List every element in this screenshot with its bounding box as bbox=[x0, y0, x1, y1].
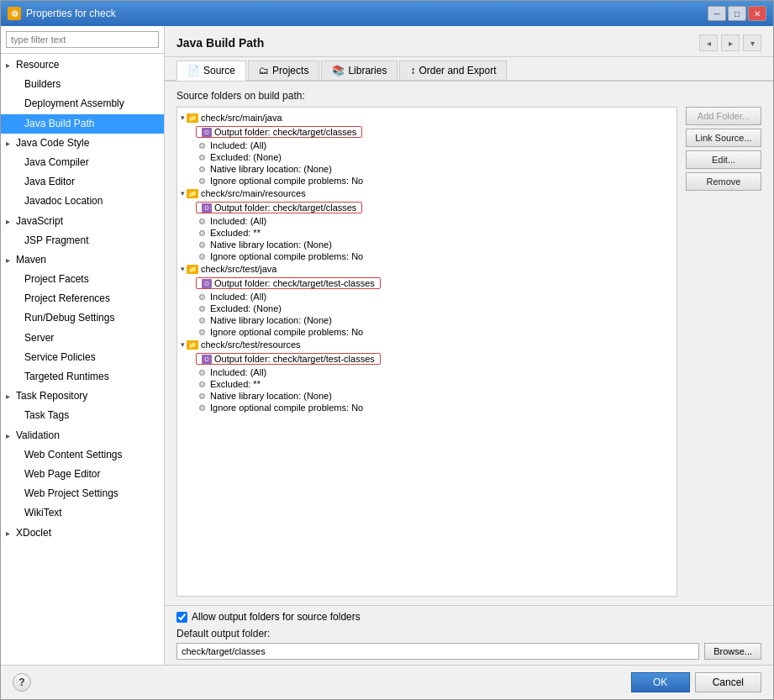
nav-buttons: ◂ ▸ ▾ bbox=[699, 34, 761, 51]
main-header: Java Build Path ◂ ▸ ▾ bbox=[165, 26, 773, 57]
tab-source[interactable]: 📄Source bbox=[176, 61, 246, 81]
allow-output-row: Allow output folders for source folders bbox=[176, 611, 761, 623]
source-tree-child[interactable]: OOutput folder: check/target/test-classe… bbox=[177, 276, 677, 291]
source-tree-child[interactable]: ⚙Ignore optional compile problems: No bbox=[177, 175, 677, 187]
footer-actions: OK Cancel bbox=[631, 672, 761, 692]
source-tree-child[interactable]: ⚙Ignore optional compile problems: No bbox=[177, 326, 677, 338]
default-output-input[interactable] bbox=[176, 643, 699, 660]
search-box bbox=[1, 26, 164, 54]
sidebar-item[interactable]: Deployment Assembly bbox=[1, 94, 164, 113]
allow-output-label: Allow output folders for source folders bbox=[192, 611, 361, 623]
source-tree-child[interactable]: ⚙Excluded: (None) bbox=[177, 151, 677, 163]
source-tree-child[interactable]: ⚙Excluded: ** bbox=[177, 378, 677, 390]
source-folder-node2[interactable]: ▾📁check/src/main/resources bbox=[177, 187, 677, 200]
tab-libraries[interactable]: 📚Libraries bbox=[321, 61, 398, 80]
sidebar-item[interactable]: JSP Fragment bbox=[1, 231, 164, 250]
sidebar: ▸Resource Builders Deployment Assembly J… bbox=[1, 26, 165, 665]
add-folder-button[interactable]: Add Folder... bbox=[686, 107, 761, 125]
source-tree-child[interactable]: ⚙Native library location: (None) bbox=[177, 314, 677, 326]
main-title: Java Build Path bbox=[176, 36, 264, 50]
source-folder-node3[interactable]: ▾📁check/src/test/java bbox=[177, 262, 677, 276]
edit-button[interactable]: Edit... bbox=[686, 150, 761, 169]
source-tree-child[interactable]: OOutput folder: check/target/classes bbox=[177, 124, 677, 139]
sidebar-item[interactable]: Javadoc Location bbox=[1, 192, 164, 211]
side-buttons: Add Folder... Link Source... Edit... Rem… bbox=[686, 107, 761, 597]
tab-order-and-export[interactable]: ↕Order and Export bbox=[399, 61, 507, 80]
dialog-title: Properties for check bbox=[26, 8, 116, 19]
sidebar-item[interactable]: Builders bbox=[1, 75, 164, 94]
tab-projects[interactable]: 🗂Projects bbox=[248, 61, 319, 80]
sidebar-item[interactable]: Task Tags bbox=[1, 406, 164, 425]
source-tree-child[interactable]: OOutput folder: check/target/test-classe… bbox=[177, 351, 677, 366]
sidebar-item[interactable]: Java Build Path bbox=[1, 114, 164, 134]
source-tree-child[interactable]: ⚙Ignore optional compile problems: No bbox=[177, 402, 677, 413]
sidebar-item[interactable]: Server bbox=[1, 329, 164, 348]
sidebar-item[interactable]: ▸XDoclet bbox=[1, 524, 164, 543]
maximize-button[interactable]: □ bbox=[728, 6, 746, 21]
source-tree-child[interactable]: ⚙Excluded: (None) bbox=[177, 303, 677, 314]
dialog-footer: ? OK Cancel bbox=[1, 665, 773, 699]
allow-output-checkbox[interactable] bbox=[176, 612, 187, 623]
title-bar: ⚙ Properties for check ─ □ ✕ bbox=[1, 1, 773, 26]
title-buttons: ─ □ ✕ bbox=[708, 6, 766, 21]
source-folder-node4[interactable]: ▾📁check/src/test/resources bbox=[177, 338, 677, 351]
sidebar-item[interactable]: Run/Debug Settings bbox=[1, 308, 164, 328]
tabs-bar: 📄Source🗂Projects📚Libraries↕Order and Exp… bbox=[165, 57, 773, 82]
ok-button[interactable]: OK bbox=[631, 672, 690, 692]
search-input[interactable] bbox=[6, 31, 159, 48]
source-tree-child[interactable]: ⚙Native library location: (None) bbox=[177, 163, 677, 175]
dialog-body: ▸Resource Builders Deployment Assembly J… bbox=[1, 26, 773, 665]
default-output-label: Default output folder: bbox=[176, 628, 761, 639]
sidebar-item[interactable]: Project References bbox=[1, 289, 164, 308]
nav-forward-button[interactable]: ▸ bbox=[721, 34, 740, 51]
bottom-section: Allow output folders for source folders … bbox=[165, 605, 773, 665]
sidebar-item[interactable]: Web Project Settings bbox=[1, 484, 164, 503]
title-bar-left: ⚙ Properties for check bbox=[8, 7, 116, 20]
source-tree-child[interactable]: ⚙Excluded: ** bbox=[177, 227, 677, 239]
help-button[interactable]: ? bbox=[13, 673, 31, 692]
source-tree-child[interactable]: ⚙Included: (All) bbox=[177, 215, 677, 227]
source-tree-child[interactable]: ⚙Included: (All) bbox=[177, 139, 677, 151]
sidebar-item[interactable]: Web Page Editor bbox=[1, 465, 164, 484]
source-tree-child[interactable]: ⚙Native library location: (None) bbox=[177, 390, 677, 402]
dialog-icon: ⚙ bbox=[8, 7, 21, 20]
properties-dialog: ⚙ Properties for check ─ □ ✕ ▸Resource B… bbox=[0, 0, 774, 700]
nav-back-button[interactable]: ◂ bbox=[699, 34, 718, 51]
sidebar-item[interactable]: ▸Resource bbox=[1, 55, 164, 75]
source-folders-label: Source folders on build path: bbox=[176, 90, 761, 102]
remove-button[interactable]: Remove bbox=[686, 172, 761, 191]
browse-button[interactable]: Browse... bbox=[704, 643, 761, 660]
sidebar-item[interactable]: Targeted Runtimes bbox=[1, 367, 164, 387]
sidebar-item[interactable]: ▸Task Repository bbox=[1, 387, 164, 406]
minimize-button[interactable]: ─ bbox=[708, 6, 726, 21]
sidebar-item[interactable]: Project Facets bbox=[1, 270, 164, 289]
nav-dropdown-button[interactable]: ▾ bbox=[743, 34, 761, 51]
sidebar-item[interactable]: Service Policies bbox=[1, 348, 164, 367]
sidebar-item[interactable]: ▸Validation bbox=[1, 426, 164, 445]
source-folder-node1[interactable]: ▾📁check/src/main/java bbox=[177, 111, 677, 124]
sidebar-item[interactable]: ▸Java Code Style bbox=[1, 134, 164, 153]
sidebar-item[interactable]: ▸Maven bbox=[1, 250, 164, 270]
sidebar-item[interactable]: Java Editor bbox=[1, 172, 164, 192]
source-tree-panel: ▾📁check/src/main/javaOOutput folder: che… bbox=[176, 107, 761, 597]
sidebar-item[interactable]: Java Compiler bbox=[1, 153, 164, 172]
source-tree-child[interactable]: OOutput folder: check/target/classes bbox=[177, 200, 677, 215]
sidebar-item[interactable]: Web Content Settings bbox=[1, 445, 164, 465]
link-source-button[interactable]: Link Source... bbox=[686, 129, 761, 147]
source-tree-child[interactable]: ⚙Included: (All) bbox=[177, 366, 677, 378]
sidebar-item[interactable]: ▸JavaScript bbox=[1, 212, 164, 231]
sidebar-item[interactable]: WikiText bbox=[1, 503, 164, 523]
source-tree-child[interactable]: ⚙Included: (All) bbox=[177, 291, 677, 303]
close-button[interactable]: ✕ bbox=[748, 6, 766, 21]
source-tree: ▾📁check/src/main/javaOOutput folder: che… bbox=[176, 107, 677, 597]
source-tree-child[interactable]: ⚙Ignore optional compile problems: No bbox=[177, 250, 677, 262]
source-tree-child[interactable]: ⚙Native library location: (None) bbox=[177, 239, 677, 250]
default-output-row: Browse... bbox=[176, 643, 761, 660]
main-area: Java Build Path ◂ ▸ ▾ 📄Source🗂Projects📚L… bbox=[165, 26, 773, 665]
content-area: Source folders on build path: ▾📁check/sr… bbox=[165, 82, 773, 605]
cancel-button[interactable]: Cancel bbox=[695, 672, 761, 692]
sidebar-tree: ▸Resource Builders Deployment Assembly J… bbox=[1, 54, 164, 665]
